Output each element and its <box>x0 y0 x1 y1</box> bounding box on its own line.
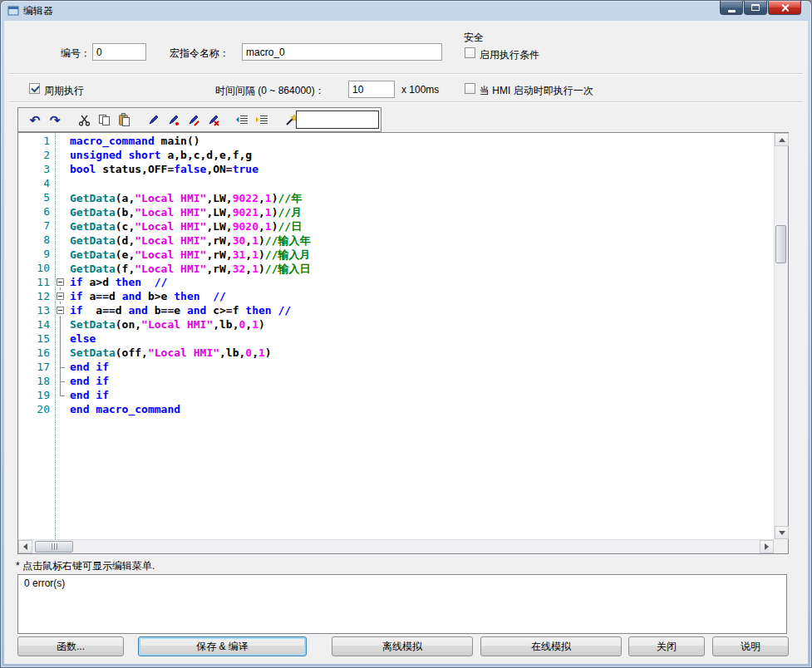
help-button[interactable]: 说明 <box>712 636 789 656</box>
scroll-up-button[interactable] <box>775 133 789 146</box>
save-compile-button[interactable]: 保存 & 编译 <box>138 636 307 656</box>
titlebar[interactable]: 编辑器 <box>1 1 811 21</box>
code-editor: 1macro_command main()2unsigned short a,b… <box>17 132 789 554</box>
code-line: 18end if <box>18 375 774 389</box>
close-button[interactable] <box>768 1 801 15</box>
bookmark-next-icon[interactable] <box>183 110 203 130</box>
functions-button[interactable]: 函数... <box>17 636 124 656</box>
line-number: 15 <box>18 332 55 346</box>
code-line: 11if a>d then // <box>18 276 774 290</box>
fold-margin <box>55 219 66 233</box>
hint-text: * 点击鼠标右键可显示编辑菜单. <box>16 559 155 573</box>
undo-icon[interactable]: ↶ <box>25 110 45 130</box>
macro-name-label: 宏指令名称： <box>170 47 229 61</box>
vertical-scrollbar[interactable] <box>774 133 788 539</box>
code-line: 20end macro_command <box>18 403 774 417</box>
line-number: 4 <box>18 177 55 191</box>
code-lines: 1macro_command main()2unsigned short a,b… <box>18 135 774 417</box>
collapse-box-icon[interactable] <box>57 307 64 314</box>
code-text: GetData(c,"Local HMI",LW,9020,1)//日 <box>66 219 302 233</box>
editor-window: 编辑器 编号： 宏指令名称： 安全 启用执行条件 周期执行 时间间隔 (0 ~ … <box>0 0 812 668</box>
fold-margin <box>55 346 66 361</box>
collapse-box-icon[interactable] <box>57 292 64 300</box>
line-number: 11 <box>18 276 55 290</box>
line-number: 17 <box>18 361 55 375</box>
enable-condition-checkbox[interactable] <box>465 47 475 58</box>
dialog-body: 编号： 宏指令名称： 安全 启用执行条件 周期执行 时间间隔 (0 ~ 8640… <box>4 21 808 664</box>
copy-icon[interactable] <box>94 110 114 130</box>
code-text: end if <box>66 361 109 375</box>
number-input[interactable] <box>92 43 146 61</box>
fold-margin <box>55 163 66 177</box>
fold-margin <box>55 233 66 248</box>
maximize-button[interactable] <box>744 1 767 15</box>
left-arrow-icon <box>23 543 27 550</box>
close-dialog-button[interactable]: 关闭 <box>628 636 705 656</box>
scroll-down-button[interactable] <box>775 526 789 539</box>
redo-icon[interactable]: ↷ <box>45 110 65 130</box>
periodic-checkbox[interactable] <box>29 83 40 94</box>
collapse-box-icon[interactable] <box>57 278 64 286</box>
bookmark-toggle-icon[interactable] <box>143 110 163 130</box>
cut-icon[interactable] <box>74 110 94 130</box>
code-line: 3bool status,OFF=false,ON=true <box>18 163 774 177</box>
line-number: 19 <box>18 389 55 403</box>
code-line: 2unsigned short a,b,c,d,e,f,g <box>18 149 774 163</box>
indent-icon[interactable] <box>252 110 272 130</box>
startup-label[interactable]: 当 HMI 启动时即执行一次 <box>480 84 593 98</box>
enable-condition-label[interactable]: 启用执行条件 <box>480 48 539 62</box>
paste-icon[interactable] <box>114 110 134 130</box>
down-arrow-icon <box>779 531 785 535</box>
fold-marker[interactable] <box>55 304 66 318</box>
vertical-scroll-thumb[interactable] <box>775 225 786 263</box>
scrollbar-corner <box>774 539 788 553</box>
code-text: else <box>66 332 96 346</box>
fold-marker[interactable] <box>55 290 66 304</box>
right-arrow-icon <box>765 543 769 550</box>
fold-margin <box>55 177 66 191</box>
code-text: GetData(f,"Local HMI",rW,32,1)//输入日 <box>66 262 310 276</box>
fold-margin <box>55 318 66 332</box>
outdent-icon[interactable] <box>232 110 252 130</box>
code-text: if a==d and b>e then // <box>66 290 226 304</box>
horizontal-scrollbar[interactable] <box>18 539 774 553</box>
line-number: 9 <box>18 248 55 262</box>
vertical-scroll-track[interactable] <box>775 146 788 526</box>
interval-label: 时间间隔 (0 ~ 864000)： <box>215 84 325 98</box>
bookmark-prev-icon[interactable] <box>163 110 183 130</box>
horizontal-scroll-track[interactable] <box>32 540 760 553</box>
error-count-text: 0 error(s) <box>24 577 65 589</box>
code-line: 19end if <box>18 389 774 403</box>
editor-code-area[interactable]: 1macro_command main()2unsigned short a,b… <box>18 133 774 539</box>
line-number: 7 <box>18 219 55 233</box>
scroll-left-button[interactable] <box>18 540 32 553</box>
startup-checkbox[interactable] <box>465 83 475 94</box>
code-text: end if <box>66 375 109 389</box>
code-text: if a==d and b==e and c>=f then // <box>66 304 291 318</box>
fold-margin <box>55 149 66 163</box>
code-text <box>66 177 70 191</box>
separator-line <box>9 73 803 75</box>
fold-margin <box>55 389 66 403</box>
line-number: 18 <box>18 375 55 389</box>
fold-marker[interactable] <box>55 276 66 290</box>
code-text: bool status,OFF=false,ON=true <box>66 163 258 177</box>
macro-name-input[interactable] <box>242 43 442 61</box>
line-number: 13 <box>18 304 55 318</box>
interval-input[interactable] <box>348 81 395 98</box>
line-number: 3 <box>18 163 55 177</box>
scroll-right-button[interactable] <box>760 540 774 553</box>
search-input[interactable] <box>296 111 379 129</box>
code-text: GetData(b,"Local HMI",LW,9021,1)//月 <box>66 205 302 219</box>
horizontal-scroll-thumb[interactable] <box>35 541 73 553</box>
separator-line <box>9 101 803 103</box>
online-simulation-button[interactable]: 在线模拟 <box>480 636 622 656</box>
bookmark-clear-icon[interactable] <box>203 110 223 130</box>
periodic-label[interactable]: 周期执行 <box>44 84 84 98</box>
fold-margin <box>55 248 66 262</box>
offline-simulation-button[interactable]: 离线模拟 <box>332 636 473 656</box>
minimize-button[interactable] <box>720 1 743 15</box>
fold-margin <box>55 262 66 276</box>
code-line: 17end if <box>18 361 774 375</box>
line-number: 2 <box>18 149 55 163</box>
